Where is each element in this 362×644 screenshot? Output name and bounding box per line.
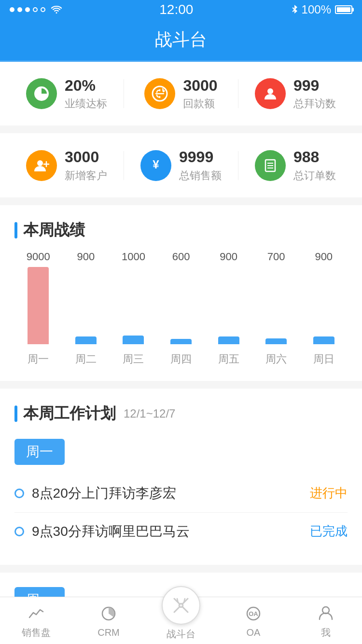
chart-col-周四: 600周四: [157, 251, 205, 366]
repayment-icon: [144, 78, 175, 109]
chart-bar-周二: [75, 336, 97, 344]
plan-group-1: 周一 8点20分上门拜访李彦宏 进行中 9点30分拜访啊里巴巴马云 已完成: [14, 439, 348, 550]
sales-label: 总销售额: [179, 168, 222, 183]
bottom-nav: 销售盘 CRM 战斗台 OA OA: [0, 597, 362, 644]
bar-chart: 9000周一900周二1000周三600周四900周五700周六900周日: [14, 255, 348, 371]
chart-col-周二: 900周二: [62, 251, 110, 366]
signal-dot-5: [41, 7, 45, 12]
nav-me[interactable]: 我: [290, 602, 362, 639]
sales-pan-icon: [26, 602, 47, 623]
nav-sales-pan-label: 销售盘: [22, 626, 51, 639]
stats-row-1: 20% 业绩达标 3000 回款额: [0, 62, 362, 126]
chart-day-周三: 周三: [123, 352, 144, 366]
stat-new-customers[interactable]: 3000 新增客户: [10, 148, 124, 182]
plan-item-1[interactable]: 8点20分上门拜访李彦宏 进行中: [14, 475, 348, 513]
me-icon: [315, 602, 336, 623]
chart-val-周三: 1000: [122, 251, 145, 263]
plan-status-1: 进行中: [310, 485, 348, 502]
new-customers-label: 新增客户: [65, 168, 107, 183]
chart-col-周日: 900周日: [300, 251, 348, 366]
chart-day-周日: 周日: [313, 352, 334, 366]
chart-col-周五: 900周五: [205, 251, 252, 366]
orders-label: 总订单数: [293, 168, 336, 183]
nav-oa[interactable]: OA OA: [217, 603, 290, 638]
chart-title-row: 本周战绩: [14, 220, 348, 241]
chart-col-周三: 1000周三: [110, 251, 157, 366]
plan-dot-2: [14, 527, 24, 536]
chart-bar-周四: [170, 339, 192, 344]
signal-dot-2: [17, 7, 22, 12]
new-customers-icon: [26, 150, 57, 181]
chart-section: 本周战绩 9000周一900周二1000周三600周四900周五700周六900…: [0, 205, 362, 381]
chart-bar-周一: [28, 267, 49, 344]
repayment-value: 3000: [183, 76, 217, 95]
signal-dot-3: [25, 7, 30, 12]
svg-point-0: [267, 88, 273, 94]
stat-repayment[interactable]: 3000 回款额: [124, 76, 238, 111]
status-bar-right: 100%: [291, 3, 352, 16]
visits-value: 999: [293, 76, 336, 95]
plan-section-1: 本周工作计划 12/1~12/7 周一 8点20分上门拜访李彦宏 进行中 9点3…: [0, 389, 362, 565]
chart-bar-周五: [218, 336, 239, 344]
nav-battle[interactable]: 战斗台: [145, 601, 217, 641]
chart-val-周四: 600: [172, 251, 190, 263]
bluetooth-icon: [291, 5, 298, 14]
plan-item-2[interactable]: 9点30分拜访啊里巴巴马云 已完成: [14, 513, 348, 550]
svg-point-1: [37, 160, 43, 166]
achievement-label: 业绩达标: [65, 97, 107, 111]
plan-dot-1: [14, 489, 24, 498]
stat-sales[interactable]: ¥ 9999 总销售额: [124, 148, 238, 182]
chart-val-周二: 900: [77, 251, 95, 263]
page-header: 战斗台: [0, 19, 362, 62]
chart-title: 本周战绩: [23, 220, 85, 241]
orders-icon: [255, 150, 286, 181]
chart-val-周一: 9000: [27, 251, 50, 263]
chart-day-周五: 周五: [218, 352, 239, 366]
plan-date-range: 12/1~12/7: [124, 407, 175, 420]
visits-icon: [255, 78, 286, 109]
plan-title-row: 本周工作计划 12/1~12/7: [14, 403, 348, 424]
stat-visits[interactable]: 999 总拜访数: [238, 76, 352, 111]
achievement-icon: [26, 78, 57, 109]
chart-col-周六: 700周六: [252, 251, 300, 366]
status-bar: 12:00 100%: [0, 0, 362, 19]
plan-text-2: 9点30分拜访啊里巴巴马云: [32, 522, 302, 541]
status-time: 12:00: [159, 2, 193, 17]
plan-text-1: 8点20分上门拜访李彦宏: [32, 484, 302, 503]
stats-row-2: 3000 新增客户 ¥ 9999 总销售额: [0, 133, 362, 197]
orders-value: 988: [293, 148, 336, 166]
achievement-value: 20%: [65, 76, 107, 95]
chart-val-周六: 700: [267, 251, 285, 263]
stat-achievement[interactable]: 20% 业绩达标: [10, 76, 124, 111]
chart-val-周日: 900: [315, 251, 333, 263]
chart-val-周五: 900: [220, 251, 237, 263]
stat-orders[interactable]: 988 总订单数: [238, 148, 352, 182]
chart-day-周二: 周二: [75, 352, 97, 366]
crm-icon: [98, 603, 119, 624]
chart-bar-周六: [265, 338, 287, 344]
plan-title: 本周工作计划: [23, 403, 116, 424]
sales-value: 9999: [179, 148, 222, 166]
plan-status-2: 已完成: [310, 523, 348, 540]
status-bar-left: [10, 6, 62, 14]
sales-icon: ¥: [140, 150, 171, 181]
chart-col-周一: 9000周一: [14, 251, 62, 366]
repayment-label: 回款额: [183, 97, 217, 111]
title-bar-icon: [14, 222, 17, 238]
signal-dot-4: [33, 7, 38, 12]
chart-day-周四: 周四: [170, 352, 192, 366]
new-customers-value: 3000: [65, 148, 107, 166]
nav-sales-pan[interactable]: 销售盘: [0, 602, 72, 639]
page-title: 战斗台: [155, 28, 207, 52]
nav-crm[interactable]: CRM: [72, 603, 145, 638]
chart-day-周一: 周一: [28, 352, 49, 366]
svg-text:¥: ¥: [153, 158, 159, 171]
battle-center-btn[interactable]: [162, 586, 200, 625]
chart-bar-周三: [123, 336, 144, 344]
plan-day-badge-1: 周一: [14, 439, 65, 465]
nav-me-label: 我: [321, 626, 331, 639]
chart-bar-周日: [313, 336, 334, 344]
wifi-icon: [51, 6, 62, 14]
chart-day-周六: 周六: [265, 352, 287, 366]
signal-dot-1: [10, 7, 14, 12]
